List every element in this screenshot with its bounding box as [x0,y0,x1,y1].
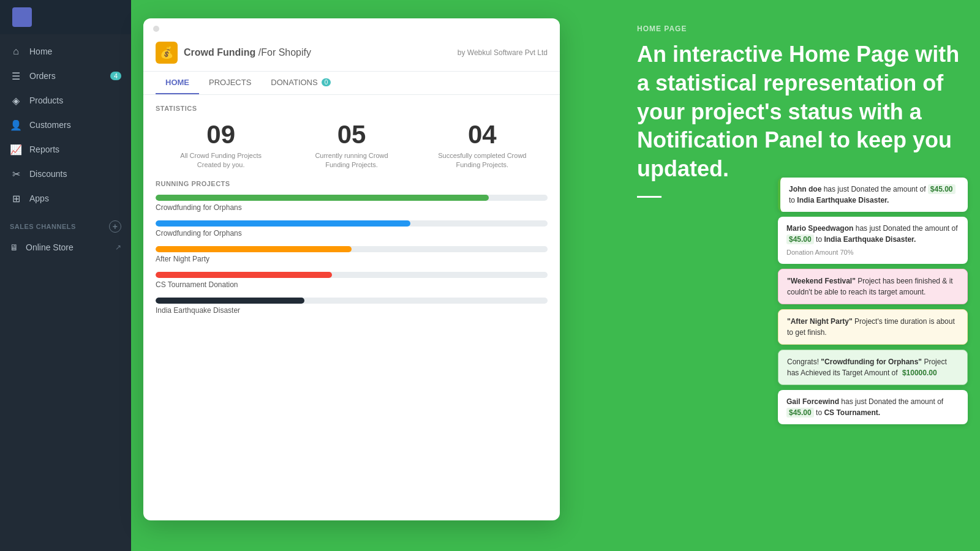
notif-text: Congrats! [787,358,821,366]
notif-card-crowdfunding: Congrats! "Crowdfunding for Orphans" Pro… [778,350,968,385]
project-bar-fill [156,272,332,278]
home-icon: ⌂ [10,45,22,58]
right-label: HOME PAGE [637,24,968,33]
notif-sub: Donation Amount 70% [786,247,959,258]
notif-card-gail: Gail Forcewind has just Donated the amou… [778,390,968,424]
notif-text: to [789,196,797,204]
stat-number-completed: 04 [417,122,548,148]
project-bar-fill [156,298,304,304]
project-bar-fill [156,220,410,227]
notif-project-name: "Crowdfunding for Orphans" [821,358,922,366]
notif-card-afternight: "After Night Party" Project's time durat… [778,309,968,345]
notif-text: to [816,235,824,244]
project-name: India Earthquake Disaster [156,306,548,315]
add-sales-channel-icon[interactable]: + [109,220,121,233]
notif-sender: Mario Speedwagon [786,224,853,233]
app-title: Crowd Funding /For Shopify [184,47,311,58]
notif-project-name: "Weekend Festival" [787,277,856,285]
stat-running: 05 Currently running CrowdFunding Projec… [286,122,417,170]
project-bar-bg [156,246,548,252]
sidebar-item-label: Reports [29,144,59,154]
list-item: Crowdfunding for Orphans [156,220,548,238]
window-dot [153,26,159,32]
project-bar-bg [156,272,548,278]
sales-channels-section: SALES CHANNELS + [0,211,131,236]
app-by-label: by Webkul Software Pvt Ltd [458,48,548,57]
stat-number-running: 05 [286,122,417,148]
sidebar-item-online-store[interactable]: 🖥 Online Store ↗ [0,236,131,258]
sidebar-item-orders[interactable]: ☰ Orders 4 [0,64,131,88]
sidebar-logo [12,7,32,27]
list-item: CS Tournament Donation [156,272,548,289]
notif-project-name: "After Night Party" [787,317,853,326]
notif-text: has just Donated the amount of [841,397,943,406]
stats-section: STATISTICS 09 All Crowd Funding Projects… [143,95,560,180]
tab-donations[interactable]: DONATIONS 0 [261,72,341,94]
running-label: RUNNING PROJECTS [156,180,548,187]
stats-label: STATISTICS [156,105,548,112]
orders-badge: 4 [110,72,121,80]
products-icon: ◈ [10,94,22,107]
online-store-icon: 🖥 [10,242,18,252]
project-bar-wrap [156,195,548,201]
notif-project: India Earthquake Disaster. [797,196,889,204]
sidebar-item-label: Apps [29,193,49,203]
project-name: Crowdfunding for Orphans [156,203,548,212]
project-bar-wrap [156,246,548,252]
notif-sender: John doe [789,185,821,193]
notif-text: has just Donated the amount of [856,224,958,233]
stats-row: 09 All Crowd Funding ProjectsCreated by … [156,122,548,170]
sidebar-item-products[interactable]: ◈ Products [0,88,131,113]
notification-panel: John doe has just Donated the amount of … [778,178,968,424]
sidebar-item-reports[interactable]: 📈 Reports [0,137,131,162]
notif-project: India Earthquake Disaster. [824,235,916,244]
project-bar-fill [156,246,352,252]
app-title-text: Crowd Funding /For Shopify [184,47,311,58]
notif-card-weekend: "Weekend Festival" Project has been fini… [778,269,968,304]
notif-amount: $45.00 [786,234,814,244]
customers-icon: 👤 [10,119,22,131]
sidebar-item-home[interactable]: ⌂ Home [0,39,131,64]
notif-project: CS Tournament. [824,408,880,417]
tab-home[interactable]: HOME [156,72,199,94]
notif-text: to [816,408,824,417]
sidebar-item-label: Customers [29,120,71,130]
external-link-icon: ↗ [115,243,121,252]
sidebar-item-label: Orders [29,71,56,81]
project-bar-bg [156,220,548,227]
discounts-icon: ✂ [10,168,22,180]
sidebar-header [0,0,131,34]
sidebar-item-label: Products [29,96,63,105]
app-title-bold: Crowd Funding [184,47,255,58]
notif-card-mario: Mario Speedwagon has just Donated the am… [778,217,968,264]
project-bar-wrap [156,220,548,227]
list-item: India Earthquake Disaster [156,298,548,315]
stat-desc-total: All Crowd Funding ProjectsCreated by you… [156,151,286,170]
stat-completed: 04 Succesfully completed CrowdFunding Pr… [417,122,548,170]
sidebar-item-apps[interactable]: ⊞ Apps [0,186,131,211]
sidebar-nav: ⌂ Home ☰ Orders 4 ◈ Products 👤 Customers… [0,34,131,551]
sidebar-item-customers[interactable]: 👤 Customers [0,113,131,137]
project-bar-bg [156,298,548,304]
app-window: 💰 Crowd Funding /For Shopify by Webkul S… [143,18,560,520]
list-item: Crowdfunding for Orphans [156,195,548,212]
app-title-area: 💰 Crowd Funding /For Shopify [156,42,311,64]
stat-number-total: 09 [156,122,286,148]
project-bar-wrap [156,272,548,278]
running-projects-section: RUNNING PROJECTS Crowdfunding for Orphan… [143,180,560,315]
sidebar-item-discounts[interactable]: ✂ Discounts [0,162,131,186]
notif-amount: $45.00 [928,184,956,194]
stat-desc-completed: Succesfully completed CrowdFunding Proje… [417,151,548,170]
tab-projects[interactable]: PROJECTS [199,72,261,94]
project-name: After Night Party [156,255,548,263]
notif-amount: $10000.00 [900,368,940,378]
list-item: After Night Party [156,246,548,263]
sidebar: ⌂ Home ☰ Orders 4 ◈ Products 👤 Customers… [0,0,131,551]
sales-channels-label: SALES CHANNELS [10,223,76,230]
right-divider [637,196,662,198]
stat-desc-running: Currently running CrowdFunding Projects. [286,151,417,170]
notif-card-john: John doe has just Donated the amount of … [778,178,968,212]
app-tabs: HOME PROJECTS DONATIONS 0 [143,72,560,95]
window-controls [143,18,560,37]
reports-icon: 📈 [10,143,22,156]
